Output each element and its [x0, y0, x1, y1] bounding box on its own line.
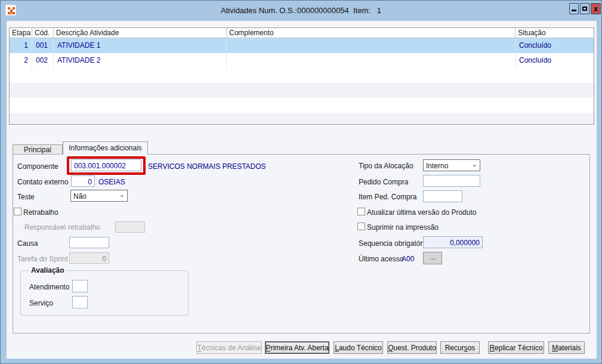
teste-label: Teste — [17, 193, 35, 201]
button-label: audo Técnico — [339, 344, 382, 352]
button-label: écnicas de Análise — [202, 344, 261, 352]
item-ped-compra-field[interactable] — [423, 190, 462, 202]
window: Atividades Num. O.S.:000000000054 Item: … — [0, 0, 602, 364]
componente-label: Componente — [17, 162, 58, 171]
item-ped-compra-label: Item Ped. Compra — [359, 193, 416, 201]
cell-complemento — [227, 38, 515, 53]
table-empty-row — [10, 68, 594, 83]
sequencia-obrigatoria-field[interactable]: 0,000000 — [423, 236, 483, 248]
atendimento-label: Atendimento — [29, 283, 69, 291]
servico-field[interactable] — [72, 296, 88, 309]
tab-principal[interactable]: Principal — [13, 144, 63, 155]
atualizar-ultima-versao-label: Atualizar última versão do Produto — [367, 208, 476, 217]
button-mnemonic: R — [489, 344, 495, 352]
column-header-etapa[interactable]: Etapa — [10, 28, 32, 38]
servico-label: Serviço — [29, 299, 53, 307]
close-icon: x — [594, 5, 598, 13]
responsavel-retrabalho-field — [115, 221, 145, 233]
tipo-alocacao-select[interactable]: Interno ⌄ — [423, 159, 480, 171]
suprimir-impressao-label: Suprimir na impressão — [367, 223, 439, 232]
retrabalho-checkbox[interactable] — [14, 208, 21, 215]
ultimo-acesso-browse-button[interactable]: ... — [423, 252, 442, 264]
cell-situacao: Concluído — [515, 53, 594, 68]
activities-table: Etapa Cód. Descrição Atividade Complemen… — [9, 27, 594, 125]
chevron-down-icon: ⌄ — [119, 191, 125, 199]
tipo-alocacao-selected-value: Interno — [426, 162, 448, 170]
atualizar-ultima-versao-checkbox[interactable] — [357, 208, 365, 215]
contato-externo-description: OSEIAS — [98, 178, 125, 186]
tarefa-sprint-label: Tarefa do Sprint — [17, 255, 68, 263]
cell-cod: 001 — [32, 38, 54, 53]
contato-externo-label: Contato externo — [17, 178, 68, 186]
causa-label: Causa — [17, 239, 38, 248]
cell-cod: 002 — [32, 53, 54, 68]
chevron-down-icon: ⌄ — [472, 161, 477, 168]
button-mnemonic: L — [335, 344, 339, 352]
ultimo-acesso-label: Último acesso — [359, 255, 403, 263]
button-label: eplicar Técnico — [495, 344, 542, 352]
button-label: ateriais — [558, 344, 581, 352]
minimize-button[interactable] — [569, 3, 579, 14]
responsavel-retrabalho-label: Responsável retrabalho — [24, 223, 100, 232]
sequencia-obrigatoria-label: Sequencia obrigatória — [359, 239, 428, 248]
tab-informacoes-adicionais[interactable]: Informações adicionais — [63, 141, 148, 155]
avaliacao-groupbox — [20, 270, 189, 316]
title-bar[interactable]: Atividades Num. O.S.:000000000054 Item: … — [1, 1, 601, 21]
table-row[interactable]: 1 001 ATIVIDADE 1 Concluído — [10, 38, 594, 53]
replicar-tecnico-button[interactable]: Replicar Técnico — [488, 341, 544, 354]
window-title: Atividades Num. O.S.:000000000054 Item: … — [1, 6, 601, 15]
retrabalho-label: Retrabalho — [23, 208, 58, 217]
minimize-icon — [572, 10, 576, 11]
button-label: os — [468, 344, 476, 352]
close-button[interactable]: x — [591, 3, 601, 14]
suprimir-impressao-checkbox[interactable] — [357, 223, 365, 230]
table-empty-row — [10, 113, 594, 125]
cell-descricao: ATIVIDADE 2 — [54, 53, 227, 68]
tarefa-sprint-field: 0 — [69, 252, 109, 264]
cell-complemento — [227, 53, 515, 68]
componente-description: SERVICOS NORMAIS PRESTADOS — [148, 162, 266, 171]
column-header-cod[interactable]: Cód. — [32, 28, 54, 38]
table-empty-row — [10, 83, 594, 98]
button-mnemonic: T — [197, 344, 202, 352]
avaliacao-label: Avaliação — [29, 266, 67, 274]
laudo-tecnico-button[interactable]: Laudo Técnico — [334, 341, 383, 354]
cell-situacao: Concluído — [515, 38, 594, 53]
ultimo-acesso-value: A00 — [402, 255, 414, 263]
button-mnemonic: M — [552, 344, 558, 352]
teste-select[interactable]: Não ⌄ — [70, 190, 128, 202]
table-row[interactable]: 2 002 ATIVIDADE 2 Concluído — [10, 53, 594, 68]
button-label: uest. Produto — [393, 344, 436, 352]
cell-etapa: 1 — [10, 38, 32, 53]
tipo-alocacao-label: Tipo da Alocação — [359, 162, 413, 170]
tecnicas-de-analise-button: Técnicas de Análise — [196, 341, 262, 354]
recursos-button[interactable]: Recursos — [440, 341, 480, 354]
materiais-button[interactable]: Materiais — [548, 341, 585, 354]
table-header: Etapa Cód. Descrição Atividade Complemen… — [10, 28, 594, 38]
table-empty-row — [10, 98, 594, 113]
cell-descricao: ATIVIDADE 1 — [54, 38, 227, 53]
column-header-situacao[interactable]: Situação — [515, 28, 594, 38]
cell-etapa: 2 — [10, 53, 32, 68]
maximize-button[interactable] — [580, 3, 589, 14]
causa-field[interactable] — [69, 237, 109, 248]
pedido-compra-label: Pedido Compra — [359, 178, 408, 186]
button-label: rimeira Atv. Aberta — [270, 344, 328, 352]
maximize-icon — [582, 7, 587, 11]
teste-selected-value: Não — [73, 192, 87, 200]
column-header-descricao[interactable]: Descrição Atividade — [54, 28, 227, 38]
contato-externo-field[interactable]: 0 — [71, 175, 95, 187]
button-label: Recur — [445, 344, 464, 352]
pedido-compra-field[interactable] — [423, 175, 480, 187]
column-header-complemento[interactable]: Complemento — [227, 28, 515, 38]
componente-field[interactable]: 003.001.000002 — [71, 159, 141, 171]
quest-produto-button[interactable]: Quest. Produto — [387, 341, 437, 354]
atendimento-field[interactable] — [72, 280, 88, 292]
primeira-atv-aberta-button[interactable]: Primeira Atv. Aberta — [265, 341, 329, 354]
